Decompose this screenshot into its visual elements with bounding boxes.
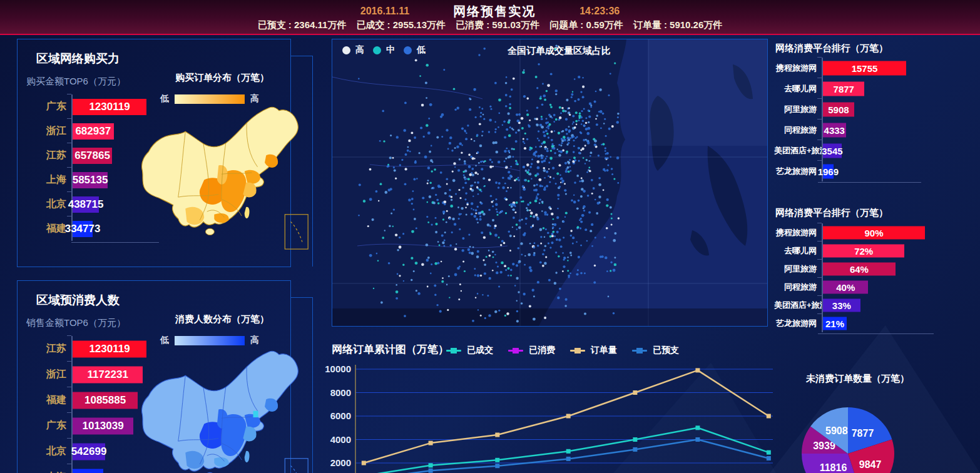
bar-row: 同程旅游4333 <box>774 120 962 140</box>
bar: 1172231 <box>73 366 143 383</box>
bar: 1013039 <box>73 417 133 434</box>
pie-title: 未消费订单数量（万笔） <box>806 373 909 385</box>
svg-text:6000: 6000 <box>330 410 351 421</box>
bar-category-label: 北京 <box>28 198 71 211</box>
legend-dot-icon <box>373 46 381 54</box>
bar: 542699 <box>73 443 105 460</box>
pie-slice-value: 11816 <box>820 462 847 473</box>
legend-label: 中 <box>386 44 395 56</box>
order-cumulative-chart: 网络订单累计图（万笔） 已成交已消费订单量已预支 100008000600040… <box>324 335 787 473</box>
bar: 682937 <box>73 123 114 140</box>
bar-value: 90% <box>864 227 883 238</box>
bar-row: 艺龙旅游网21% <box>774 314 968 332</box>
bar-category-label: 艺龙旅游网 <box>774 318 822 329</box>
svg-text:10000: 10000 <box>325 364 351 374</box>
bar-category-label: 江苏 <box>28 149 71 162</box>
header-title-row: 2016.11.11 网络预售实况 14:23:36 <box>0 0 980 18</box>
china-choropleth-blue <box>138 346 325 473</box>
legend-label: 高 <box>355 44 364 56</box>
platform-rank-percent-section: 网络消费平台排行（万笔） 携程旅游网90%去哪儿网72%阿里旅游64%同程旅游4… <box>774 203 980 338</box>
pie-slice-value: 9847 <box>859 459 882 470</box>
unconsumed-orders-pie: 787798471181639395908 <box>801 407 895 473</box>
bar-value: 1085885 <box>84 394 126 407</box>
platform-volume-bars: 携程旅游网15755去哪儿网7877阿里旅游5908同程旅游4333美团酒店+旅… <box>774 58 962 181</box>
bar-category-label: 江苏 <box>28 342 71 355</box>
bar-value: 7877 <box>834 83 854 94</box>
bar-category-label: 北京 <box>28 445 71 458</box>
bar: 72% <box>823 244 904 257</box>
bar: 657865 <box>73 148 112 164</box>
bar-value: 1172231 <box>88 369 128 381</box>
stat-completed: 已成交 : 2955.13万件 <box>356 19 446 31</box>
bar: 33% <box>823 298 860 312</box>
bar-value: 334773 <box>65 223 101 235</box>
bar-category-label: 去哪儿网 <box>774 245 822 257</box>
bar-category-label: 去哪儿网 <box>774 83 822 94</box>
bar-category-label: 携程旅游网 <box>774 227 822 238</box>
page-title: 网络预售实况 <box>453 3 536 20</box>
bar: 1230119 <box>73 99 146 115</box>
stat-prepaid: 已预支 : 2364.11万件 <box>258 19 347 31</box>
bar: 506520 <box>73 469 103 473</box>
order-scatter-dots <box>332 39 767 326</box>
bar-value: 1969 <box>818 166 839 176</box>
scatter-legend-item[interactable]: 高 <box>342 44 364 56</box>
scatter-legend-item[interactable]: 中 <box>373 44 395 56</box>
legend-low-label: 低 <box>160 335 169 346</box>
bar: 1085885 <box>73 392 138 409</box>
bar-category-label: 广东 <box>28 419 71 432</box>
bar: 21% <box>823 317 847 330</box>
bar-category-label: 上海 <box>28 470 71 473</box>
bar: 90% <box>823 226 925 239</box>
legend-label: 低 <box>417 44 426 56</box>
bar-category-label: 上海 <box>28 173 71 186</box>
bar-category-label: 浙江 <box>28 125 71 138</box>
bar-category-label: 美团酒店+旅游 <box>774 145 822 156</box>
legend-dot-icon <box>404 46 412 54</box>
bar: 1230119 <box>73 340 146 357</box>
bar-category-label: 携程旅游网 <box>774 63 822 74</box>
line-chart-svg: 100008000600040002000 <box>324 335 787 473</box>
axis-baseline <box>818 182 921 183</box>
bar-value: 682937 <box>75 125 111 138</box>
panel-title: 区域网络购买力 <box>36 51 120 67</box>
header-time: 14:23:36 <box>579 6 620 17</box>
bar-value: 1013039 <box>82 420 123 432</box>
stat-order-volume: 订单量 : 5910.26万件 <box>633 19 723 31</box>
stat-consumed: 已消费 : 591.03万件 <box>456 19 539 31</box>
bar-value: 506520 <box>70 471 106 473</box>
svg-text:4000: 4000 <box>330 434 351 445</box>
bar-value: 21% <box>825 318 844 328</box>
gradient-legend: 低 高 <box>160 335 259 346</box>
bar-value: 15755 <box>852 63 878 73</box>
header-date: 2016.11.11 <box>360 6 409 17</box>
pie-slice-value: 7877 <box>852 428 874 439</box>
bar: 40% <box>823 280 868 293</box>
panel-subtitle: 销售金额TOP6（万元） <box>26 317 126 329</box>
pie-slice-value: 5908 <box>825 425 848 436</box>
bar-value: 1230119 <box>89 101 130 113</box>
bar-row: 美团酒店+旅游3545 <box>774 140 962 161</box>
legend-high-label: 高 <box>250 335 259 346</box>
scatter-legend-item[interactable]: 低 <box>404 44 426 56</box>
bar-row: 携程旅游网90% <box>774 223 968 242</box>
bar-row: 阿里旅游5908 <box>774 99 962 120</box>
bar: 15755 <box>823 61 906 75</box>
bar-row: 同程旅游40% <box>774 278 968 296</box>
svg-text:8000: 8000 <box>330 387 351 398</box>
bar-value: 3545 <box>822 145 842 156</box>
bar: 1969 <box>823 164 834 178</box>
bar-category-label: 同程旅游 <box>774 282 822 293</box>
scatter-legend: 高中低 <box>342 44 426 56</box>
bar-category-label: 同程旅游 <box>774 125 822 136</box>
bar-value: 64% <box>850 263 869 274</box>
panel-title: 区域预消费人数 <box>36 292 120 308</box>
bar-value: 33% <box>832 300 851 310</box>
bar-category-label: 艺龙旅游网 <box>774 166 822 177</box>
axis-baseline <box>818 333 934 334</box>
bar: 64% <box>823 262 896 275</box>
bar-row: 阿里旅游64% <box>774 260 968 278</box>
header: 2016.11.11 网络预售实况 14:23:36 已预支 : 2364.11… <box>0 0 980 35</box>
gradient-bar <box>175 336 245 345</box>
bar: 5908 <box>823 102 854 116</box>
